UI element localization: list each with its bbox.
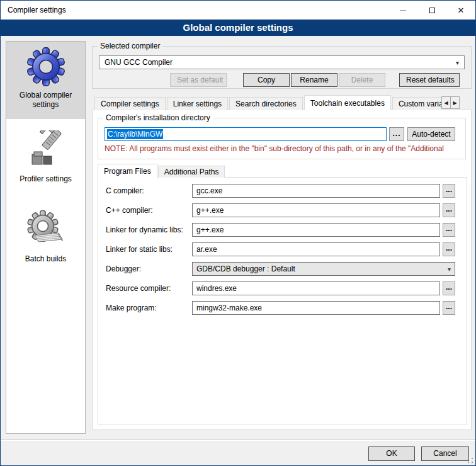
- blue-gear-icon: [26, 47, 66, 87]
- linker-static-row: Linker for static libs: ...: [106, 242, 455, 256]
- close-icon: ✕: [458, 6, 465, 14]
- compiler-select-value: GNU GCC Compiler: [105, 58, 173, 67]
- make-program-label: Make program:: [106, 304, 192, 312]
- auto-detect-button[interactable]: Auto-detect: [407, 127, 455, 141]
- c-compiler-row: C compiler: ...: [106, 184, 455, 198]
- resource-compiler-row: Resource compiler: ...: [106, 281, 455, 295]
- program-files-page: C compiler: ... C++ compiler: ... Linker…: [98, 177, 467, 424]
- arrow-right-icon: ▶: [453, 100, 456, 106]
- toolchain-executables-page: Compiler's installation directory C:\ray…: [92, 110, 472, 430]
- main-panel: Selected compiler GNU GCC Compiler ▾ Set…: [92, 42, 472, 430]
- tab-scroll-left-button[interactable]: ◀: [441, 96, 451, 109]
- cpp-compiler-input[interactable]: [192, 203, 440, 217]
- chevron-down-icon: ▾: [448, 266, 451, 273]
- linker-static-input[interactable]: [192, 242, 440, 256]
- arrow-left-icon: ◀: [444, 100, 448, 106]
- make-program-browse-button[interactable]: ...: [443, 301, 455, 315]
- minimize-button[interactable]: [388, 1, 417, 20]
- linker-dynamic-input[interactable]: [192, 223, 440, 237]
- debugger-row: Debugger: GDB/CDB debugger : Default ▾: [106, 262, 455, 276]
- window-title: Compiler settings: [8, 1, 66, 20]
- cpp-compiler-label: C++ compiler:: [106, 206, 192, 215]
- make-program-row: Make program: ...: [106, 301, 455, 315]
- tab-toolchain-executables[interactable]: Toolchain executables: [304, 95, 391, 110]
- installation-directory-group-label: Compiler's installation directory: [103, 113, 213, 122]
- installation-directory-input[interactable]: C:\raylib\MinGW: [105, 127, 387, 141]
- tab-custom-variables[interactable]: Custom variables: [392, 97, 441, 110]
- gray-gear-papers-icon: [26, 210, 66, 251]
- compiler-settings-window: Compiler settings ✕ Global compiler sett…: [0, 0, 476, 466]
- resize-grip[interactable]: [467, 457, 473, 463]
- settings-tabstrip: Compiler settings Linker settings Search…: [94, 95, 441, 110]
- installation-directory-group: Compiler's installation directory C:\ray…: [98, 118, 466, 159]
- linker-static-label: Linker for static libs:: [106, 245, 192, 254]
- make-program-input[interactable]: [192, 301, 440, 315]
- cancel-button[interactable]: Cancel: [421, 446, 469, 461]
- caliper-icon: [26, 130, 66, 171]
- c-compiler-browse-button[interactable]: ...: [443, 184, 455, 198]
- set-as-default-button[interactable]: Set as default: [170, 73, 227, 87]
- installation-note: NOTE: All programs must exist either in …: [105, 144, 463, 153]
- cpp-compiler-browse-button[interactable]: ...: [443, 203, 455, 217]
- minimize-icon: [400, 10, 406, 11]
- footer-divider: [1, 440, 475, 441]
- dialog-heading: Global compiler settings: [1, 20, 475, 36]
- subtab-program-files[interactable]: Program Files: [98, 164, 157, 178]
- debugger-select[interactable]: GDB/CDB debugger : Default ▾: [192, 262, 455, 276]
- sidebar-item-label: Batch builds: [6, 254, 85, 264]
- maximize-button[interactable]: [417, 1, 446, 20]
- installation-directory-row: C:\raylib\MinGW ... Auto-detect: [105, 127, 455, 141]
- c-compiler-label: C compiler:: [106, 186, 192, 195]
- chevron-down-icon: ▾: [456, 59, 459, 66]
- subtab-additional-paths[interactable]: Additional Paths: [158, 166, 225, 178]
- cpp-compiler-row: C++ compiler: ...: [106, 203, 455, 217]
- settings-category-list: Global compiler settings: [6, 41, 86, 434]
- sidebar-item-profiler-settings[interactable]: Profiler settings: [6, 125, 85, 184]
- titlebar-buttons: ✕: [388, 1, 475, 20]
- selected-compiler-group-label: Selected compiler: [98, 42, 162, 50]
- copy-button[interactable]: Copy: [243, 73, 290, 87]
- installation-directory-value: C:\raylib\MinGW: [107, 129, 163, 139]
- toolchain-subtabs: Program Files Additional Paths: [98, 164, 225, 178]
- linker-dynamic-browse-button[interactable]: ...: [443, 223, 455, 237]
- linker-static-browse-button[interactable]: ...: [443, 242, 455, 256]
- ok-button[interactable]: OK: [368, 446, 415, 461]
- tab-scroll-right-button[interactable]: ▶: [450, 96, 460, 109]
- browse-directory-button[interactable]: ...: [389, 127, 404, 141]
- linker-dynamic-label: Linker for dynamic libs:: [106, 225, 192, 234]
- sidebar-item-global-compiler-settings[interactable]: Global compiler settings: [6, 42, 85, 119]
- reset-defaults-button[interactable]: Reset defaults: [399, 73, 460, 87]
- close-button[interactable]: ✕: [446, 1, 475, 20]
- dialog-content: Global compiler settings: [1, 36, 475, 465]
- debugger-label: Debugger:: [106, 264, 192, 273]
- tab-scroll-arrows: ◀ ▶: [442, 96, 460, 109]
- tab-compiler-settings[interactable]: Compiler settings: [94, 97, 166, 110]
- selected-compiler-group: Selected compiler GNU GCC Compiler ▾ Set…: [92, 46, 472, 89]
- delete-button[interactable]: Delete: [339, 73, 385, 87]
- sidebar-item-batch-builds[interactable]: Batch builds: [6, 205, 85, 264]
- resource-compiler-input[interactable]: [192, 281, 440, 295]
- c-compiler-input[interactable]: [192, 184, 440, 198]
- debugger-select-value: GDB/CDB debugger : Default: [196, 264, 295, 273]
- resource-compiler-browse-button[interactable]: ...: [443, 281, 455, 295]
- sidebar-item-label: Profiler settings: [6, 174, 85, 184]
- tab-linker-settings[interactable]: Linker settings: [167, 97, 228, 110]
- linker-dynamic-row: Linker for dynamic libs: ...: [106, 223, 455, 237]
- tab-search-directories[interactable]: Search directories: [229, 97, 303, 110]
- maximize-icon: [429, 8, 435, 13]
- compiler-buttons-row: Set as default Copy Rename Delete Reset …: [170, 73, 460, 87]
- compiler-select[interactable]: GNU GCC Compiler ▾: [99, 55, 465, 69]
- rename-button[interactable]: Rename: [291, 73, 337, 87]
- titlebar: Compiler settings ✕: [1, 1, 475, 20]
- sidebar-item-label: Global compiler settings: [6, 91, 85, 110]
- resource-compiler-label: Resource compiler:: [106, 284, 192, 293]
